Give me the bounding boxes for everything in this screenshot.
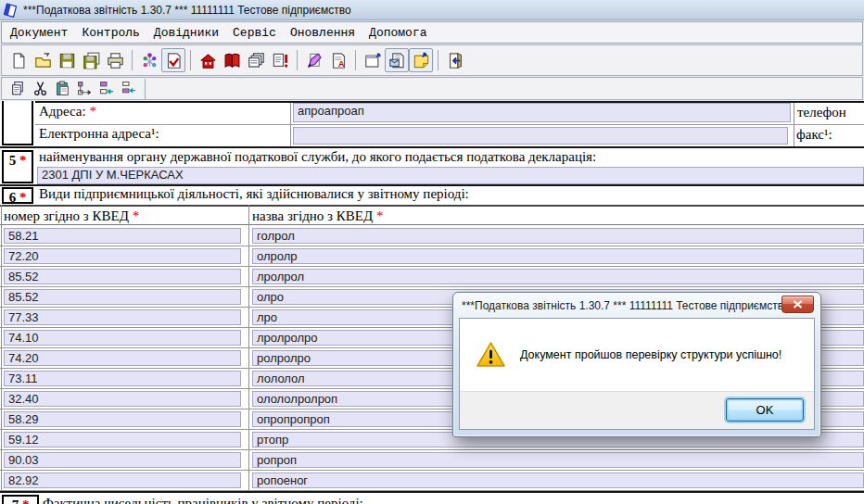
row6-label: Види підприємницької діяльності, які зді… (39, 186, 469, 202)
book-icon (223, 52, 241, 69)
table-row: 90.03ропроп (0, 450, 864, 471)
kved-code-cell[interactable]: 59.12 (4, 432, 241, 447)
window-title: ***Податкова звітність 1.30.7 *** 111111… (23, 4, 351, 17)
address-input[interactable]: апроапроап (293, 103, 791, 122)
dialog-close-button[interactable] (781, 296, 814, 313)
row7-numbox: 7 * (2, 495, 39, 504)
new-document-icon (10, 52, 28, 69)
email-input[interactable] (293, 127, 788, 145)
table-row: 82.92ропоеног (0, 471, 864, 491)
save-all-icon (83, 52, 100, 69)
edit-toolbar (1, 77, 863, 100)
copy-button[interactable] (6, 79, 29, 99)
save-button[interactable] (55, 48, 79, 72)
kved-code-cell[interactable]: 32.40 (4, 391, 241, 407)
dialog-title: ***Податкова звітність 1.30.7 *** 111111… (462, 299, 790, 312)
note-button[interactable] (409, 48, 433, 72)
kved-code-cell[interactable]: 74.10 (4, 330, 241, 346)
row5-label: найменування органу державної податкової… (39, 149, 596, 165)
document-mail-button[interactable] (385, 48, 409, 72)
save-icon (58, 52, 76, 69)
grid-line (0, 146, 864, 148)
dialog-footer: OK (460, 391, 814, 429)
insert-branch-button[interactable] (73, 79, 95, 99)
kved-code-cell[interactable]: 72.20 (4, 248, 241, 264)
print-icon (107, 52, 124, 69)
copy-icon (10, 81, 26, 96)
properties-button[interactable] (361, 48, 385, 72)
row4-numbox (2, 101, 33, 145)
insert-row-before-button[interactable] (118, 79, 140, 99)
menu-item-onovlennya[interactable]: Оновлення (290, 26, 355, 40)
open-folder-icon (34, 52, 52, 69)
tax-office-input[interactable]: 2301 ДПІ У М.ЧЕРКАСАХ (37, 167, 864, 184)
paste-button[interactable] (51, 79, 73, 99)
ok-button[interactable]: OK (726, 398, 804, 422)
address-label: Адреса: * (39, 104, 96, 120)
signature-button[interactable] (302, 48, 326, 72)
table-row: 85.52лролрол (0, 267, 864, 287)
document-a-button[interactable]: A (326, 48, 350, 72)
kved-code-cell[interactable]: 90.03 (4, 452, 241, 468)
home-button[interactable] (196, 48, 220, 72)
menu-item-servis[interactable]: Сервіс (233, 26, 276, 40)
cut-icon (32, 81, 48, 96)
table-row: 72.20олролр (0, 246, 864, 267)
kved-name-cell[interactable]: голрол (252, 228, 864, 244)
kved-code-header: номер згідно з КВЕД * (4, 208, 139, 224)
exit-icon (447, 52, 464, 69)
main-toolbar: A (1, 44, 863, 76)
menu-item-dokument[interactable]: Документ (10, 26, 68, 40)
document-exclamation-button[interactable] (268, 48, 292, 72)
document-check-button[interactable] (161, 48, 185, 72)
insert-row-after-button[interactable] (95, 79, 118, 99)
menu-bar: Документ Контроль Довідники Сервіс Оновл… (1, 21, 863, 44)
toolbar-separator (438, 50, 438, 70)
menu-item-dopomoga[interactable]: Допомога (369, 26, 426, 40)
paste-icon (55, 81, 70, 96)
kved-code-cell[interactable]: 58.29 (4, 411, 241, 427)
kved-code-cell[interactable]: 58.21 (4, 228, 241, 244)
close-icon (793, 300, 803, 309)
menu-item-dovidnyky[interactable]: Довідники (154, 26, 219, 40)
kved-name-cell[interactable]: ропроп (252, 452, 864, 468)
kved-code-cell[interactable]: 73.11 (4, 371, 241, 386)
kved-name-cell[interactable]: олролр (252, 248, 864, 264)
book-button[interactable] (220, 48, 244, 72)
app-icon (4, 3, 19, 18)
document-exclamation-icon (272, 52, 289, 69)
toolbar-separator (190, 50, 191, 70)
structure-tree-button[interactable] (137, 48, 161, 72)
kved-name-cell[interactable]: ропоеног (252, 472, 864, 488)
row7-label: Фактична чисельність працівників у звітн… (43, 496, 363, 504)
copy-pages-icon (248, 52, 265, 69)
exit-button[interactable] (443, 48, 467, 72)
kved-name-cell[interactable]: лролрол (252, 269, 864, 284)
menu-item-kontrol[interactable]: Контроль (82, 26, 139, 40)
row5-numbox: 5 * (2, 150, 33, 183)
toolbar-separator (297, 50, 298, 70)
kved-code-cell[interactable]: 82.92 (4, 472, 241, 488)
signature-icon (306, 52, 324, 69)
kved-code-cell[interactable]: 74.20 (4, 350, 241, 366)
open-button[interactable] (31, 48, 55, 72)
copy-pages-button[interactable] (244, 48, 268, 72)
grid-line (35, 124, 864, 125)
kved-code-cell[interactable]: 85.52 (4, 289, 241, 305)
new-document-button[interactable] (6, 48, 31, 72)
save-all-button[interactable] (79, 48, 103, 72)
table-row: 58.21голрол (0, 226, 864, 246)
message-dialog: ***Податкова звітність 1.30.7 *** 111111… (452, 292, 821, 437)
toolbar-separator (355, 50, 356, 70)
dialog-titlebar: ***Податкова звітність 1.30.7 *** 111111… (453, 293, 820, 318)
dialog-body: Документ пройшов перевірку структури усп… (459, 318, 815, 430)
kved-code-cell[interactable]: 85.52 (4, 269, 241, 284)
toolbar-separator (145, 79, 146, 99)
print-button[interactable] (103, 48, 127, 72)
note-icon (413, 52, 430, 69)
insert-row-before-icon (121, 81, 137, 96)
kved-code-cell[interactable]: 77.33 (4, 309, 241, 325)
warning-icon (476, 341, 506, 369)
toolbar-separator (132, 50, 133, 70)
cut-button[interactable] (29, 79, 51, 99)
